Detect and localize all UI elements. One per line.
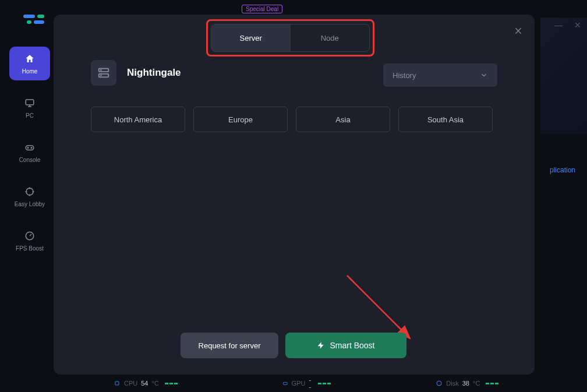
gamepad-icon [24, 142, 36, 153]
region-asia[interactable]: Asia [296, 107, 390, 132]
target-icon [24, 186, 36, 197]
sidebar: Home PC Console Easy Lobby FPS Boost [9, 47, 50, 257]
svg-rect-21 [115, 382, 119, 385]
request-server-button[interactable]: Request for server [181, 333, 278, 358]
monitor-icon [24, 97, 36, 109]
bolt-icon [317, 341, 325, 349]
special-deal-badge: Special Deal [242, 5, 282, 13]
cpu-icon [114, 380, 121, 387]
gauge-icon [24, 230, 36, 242]
sidebar-item-pc[interactable]: PC [9, 91, 50, 125]
svg-point-4 [27, 147, 29, 149]
modal-close-button[interactable] [512, 25, 524, 37]
history-dropdown[interactable]: History [383, 63, 497, 87]
gpu-icon [282, 380, 288, 387]
svg-point-23 [437, 381, 441, 386]
sidebar-item-label: PC [26, 112, 34, 119]
sidebar-item-label: Console [19, 157, 41, 163]
svg-line-12 [30, 234, 31, 236]
svg-point-6 [26, 188, 33, 195]
region-south-asia[interactable]: South Asia [398, 107, 493, 132]
sidebar-item-console[interactable]: Console [9, 135, 50, 169]
boost-label: Smart Boost [330, 341, 374, 350]
chevron-down-icon [480, 71, 488, 79]
status-disk: Disk 38 °C [436, 380, 498, 387]
svg-point-18 [101, 75, 101, 76]
svg-rect-3 [26, 146, 34, 150]
background-link[interactable]: plication [550, 166, 575, 174]
svg-rect-0 [26, 100, 34, 105]
svg-point-5 [31, 147, 32, 149]
status-bar: CPU 54 °C GPU -- Disk 38 °C Memory 75 % [0, 375, 587, 392]
sidebar-item-label: Easy Lobby [15, 201, 45, 207]
svg-rect-22 [283, 382, 287, 384]
status-cpu: CPU 54 °C [114, 380, 178, 387]
smart-boost-button[interactable]: Smart Boost [285, 333, 406, 358]
sidebar-item-label: Home [22, 68, 38, 75]
disk-icon [436, 380, 443, 387]
svg-line-20 [347, 276, 410, 338]
background-game-art [540, 17, 587, 134]
region-europe[interactable]: Europe [193, 107, 288, 132]
server-selection-modal: Server Node Nightingale History North Am… [54, 15, 535, 375]
sidebar-item-home[interactable]: Home [9, 47, 50, 80]
home-icon [24, 53, 36, 65]
history-label: History [392, 71, 416, 80]
sidebar-item-label: FPS Boost [16, 245, 44, 252]
tab-highlight-annotation [206, 19, 374, 56]
status-gpu: GPU -- [282, 376, 331, 390]
sidebar-item-fps-boost[interactable]: FPS Boost [9, 224, 50, 257]
server-icon [91, 60, 116, 86]
sidebar-item-easy-lobby[interactable]: Easy Lobby [9, 179, 50, 213]
app-logo [23, 15, 47, 32]
region-north-america[interactable]: North America [91, 107, 185, 132]
game-title: Nightingale [127, 67, 181, 79]
svg-point-17 [101, 70, 101, 70]
